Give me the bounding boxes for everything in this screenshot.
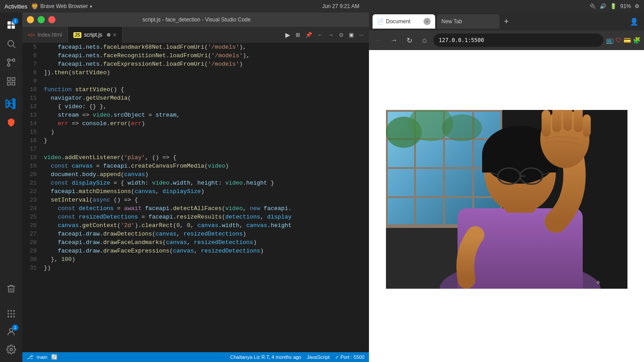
sidebar-icon-explorer[interactable]: 1 <box>2 16 20 34</box>
svg-line-5 <box>13 46 15 48</box>
svg-rect-53 <box>583 114 591 137</box>
code-line-28: faceapi.draw.drawFaceLandmarks(canvas, r… <box>44 238 365 247</box>
language-label[interactable]: JavaScript <box>307 354 330 360</box>
topbar-left: Activities 🦁 Brave Web Browser ▾ <box>4 3 92 10</box>
close-button[interactable] <box>48 16 55 23</box>
sidebar-icon-brave[interactable] <box>2 114 20 131</box>
port-text[interactable]: Port : 5500 <box>340 354 364 360</box>
sidebar-icon-extensions[interactable] <box>2 72 20 90</box>
svg-text:✤: ✤ <box>596 280 600 285</box>
tab-index-html[interactable]: </> index.html <box>22 27 68 43</box>
code-line-14: err => console.error(err) <box>44 119 365 128</box>
settings-icon[interactable]: ⚙ <box>635 3 640 9</box>
browser-tab-newtab[interactable]: New Tab <box>437 14 500 29</box>
browser-section: 📄 Document × New Tab + 👤 ← → ↻ ⌂ 📺 🛡 💳 🧩 <box>369 13 644 362</box>
home-button[interactable]: ⌂ <box>418 34 431 46</box>
code-editor[interactable]: 56789 1011121314 1516171819 2021222324 2… <box>22 43 369 352</box>
code-line-15: ) <box>44 128 365 136</box>
sidebar-icon-account[interactable]: 1 <box>2 323 20 341</box>
tab-close-button[interactable]: × <box>113 31 117 38</box>
brave-icon: 🦁 <box>31 3 38 10</box>
code-line-30: }, 100) <box>44 255 365 264</box>
vscode-sidebar: 1 <box>0 13 22 362</box>
browser-tab-document-label: Document <box>386 18 411 25</box>
svg-point-7 <box>8 64 10 67</box>
code-line-26: canvas.getContext('2d').clearRect(0, 0, … <box>44 221 365 230</box>
main-layout: 1 <box>0 13 644 362</box>
tab-script-js[interactable]: JS script.js × <box>68 27 123 43</box>
tab-modified-dot <box>107 33 110 37</box>
code-line-11: navigator.getUserMedia( <box>44 94 365 102</box>
browser-tab-document-close[interactable]: × <box>424 18 431 25</box>
code-line-23: setInterval(async () => { <box>44 196 365 204</box>
refresh-button[interactable]: ↻ <box>403 34 415 46</box>
brave-shield-icon[interactable]: 🛡 <box>615 37 622 44</box>
topbar-right: 🔌 🔊 🔋 91% ⚙ <box>589 3 640 9</box>
wallet-icon[interactable]: 💳 <box>623 37 631 44</box>
datetime: Jun 27 9:21 AM <box>322 3 359 9</box>
code-line-16: } <box>44 136 365 145</box>
cast-icon[interactable]: 📺 <box>606 37 614 44</box>
svg-rect-52 <box>574 110 583 132</box>
sidebar-icon-search[interactable] <box>2 35 20 53</box>
git-branch-label[interactable]: main <box>37 354 47 360</box>
code-line-18: video.addEventListener('play', () => { <box>44 153 365 162</box>
sidebar-icon-grid[interactable] <box>2 305 20 323</box>
network-icon: 🔌 <box>589 3 596 9</box>
browser-tab-document[interactable]: 📄 Document × <box>373 14 435 29</box>
svg-rect-3 <box>12 25 15 29</box>
code-line-29: faceapi.draw.drawFaceExpressions(canvas,… <box>44 247 365 255</box>
code-line-31: }) <box>44 264 365 272</box>
sidebar-icon-git[interactable] <box>2 54 20 72</box>
new-tab-button[interactable]: + <box>501 17 512 26</box>
pin-icon[interactable]: 📌 <box>304 31 314 39</box>
html-icon: </> <box>28 32 35 38</box>
split-icon[interactable]: ⊞ <box>294 31 302 39</box>
browser-content: ✤ <box>369 50 644 362</box>
chevron-down-icon: ▾ <box>90 4 92 9</box>
topbar-center: Jun 27 9:21 AM <box>322 3 359 9</box>
address-input[interactable] <box>433 34 603 47</box>
svg-rect-50 <box>552 110 561 132</box>
code-line-10: function startVideo() { <box>44 85 365 94</box>
port-label: ✓ Port : 5500 <box>335 354 364 360</box>
activities-button[interactable]: Activities <box>4 3 27 10</box>
check-icon: ✓ <box>335 354 339 360</box>
code-line-6: faceapi.nets.faceRecognitionNet.loadFrom… <box>44 51 365 60</box>
vscode-titlebar: script.js - face_detection - Visual Stud… <box>22 13 369 27</box>
arrow-right-icon[interactable]: → <box>326 31 335 39</box>
code-line-13: stream => video.srcObject = stream, <box>44 111 365 119</box>
svg-rect-12 <box>8 82 10 85</box>
forward-button[interactable]: → <box>388 34 400 46</box>
tab-label-index: index.html <box>38 32 62 38</box>
svg-point-23 <box>10 348 13 351</box>
svg-point-18 <box>13 313 15 315</box>
back-button[interactable]: ← <box>373 34 385 46</box>
svg-point-13 <box>8 310 9 312</box>
extension-icon[interactable]: 🧩 <box>633 37 640 44</box>
code-content[interactable]: faceapi.nets.faceLandmark68Net.loadFromU… <box>40 43 369 352</box>
breakpoint-icon[interactable]: ⊙ <box>337 31 345 39</box>
code-line-7: faceapi.nets.faceExpressionNet.loadFromU… <box>44 60 365 68</box>
svg-point-19 <box>8 316 9 318</box>
sidebar-icon-vscode[interactable] <box>2 95 20 113</box>
document-favicon: 📄 <box>377 18 383 25</box>
vscode-statusbar: ⎇ main 🔄 Chaitanya Liz R.T, 4 months ago… <box>22 352 369 362</box>
sidebar-icon-settings[interactable] <box>2 341 20 358</box>
profile-icon[interactable]: 👤 <box>628 16 640 28</box>
maximize-button[interactable] <box>38 16 45 23</box>
brave-label: 🦁 Brave Web Browser ▾ <box>31 3 92 10</box>
svg-point-16 <box>8 313 9 315</box>
more-icon[interactable]: ··· <box>357 31 365 39</box>
sidebar-icon-trash[interactable] <box>2 280 20 298</box>
battery-icon: 🔋 <box>610 3 617 9</box>
svg-point-6 <box>13 59 15 62</box>
tab-label-script: script.js <box>84 32 102 38</box>
code-line-20: document.body.append(canvas) <box>44 170 365 179</box>
run-icon[interactable]: ▶ <box>284 30 292 39</box>
sync-icon[interactable]: 🔄 <box>51 354 58 360</box>
arrow-left-icon[interactable]: ← <box>316 31 325 39</box>
minimize-button[interactable] <box>27 16 34 23</box>
webcam-image: ✤ <box>386 110 627 289</box>
layout-icon[interactable]: ▣ <box>347 31 356 39</box>
